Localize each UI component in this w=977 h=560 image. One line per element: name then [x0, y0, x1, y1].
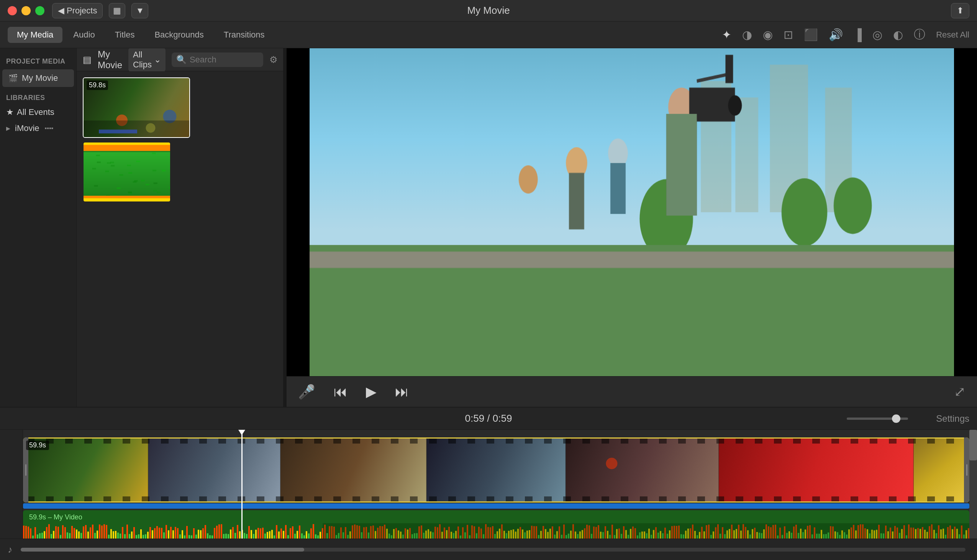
projects-label: Projects [67, 6, 97, 16]
tab-transitions[interactable]: Transitions [215, 27, 274, 43]
preview-black-right [954, 48, 977, 376]
timeline-vscroll-thumb[interactable] [969, 430, 977, 460]
video-track: 59.9s [23, 437, 969, 503]
browser-area: ▤ My Movie All Clips ⌄ 🔍 ⚙ [77, 48, 283, 407]
timeline-vscroll[interactable] [969, 430, 977, 538]
video-preview [287, 48, 977, 376]
search-input[interactable] [190, 55, 258, 65]
tab-backgrounds[interactable]: Backgrounds [145, 27, 213, 43]
clips-filter-label: All Clips [133, 50, 152, 70]
right-toolbar: ✦ ◑ ◉ ⊡ ⬛ 🔊 ▐ ◎ ◐ ⓘ Reset All [722, 27, 969, 43]
gear-icon[interactable]: ⚙ [269, 54, 278, 65]
timeline-scroll-container: 59.9s 59.9s – My Video [0, 430, 977, 538]
upload-icon: ⬆ [957, 6, 964, 15]
chevron-left-icon: ◀ [58, 6, 64, 16]
timeline-film-strip [23, 437, 969, 503]
grid-icon: ▦ [113, 6, 121, 15]
microphone-button[interactable]: 🎤 [298, 384, 315, 400]
close-button[interactable] [8, 6, 17, 15]
timeline-left-bar [0, 430, 23, 538]
left-panel: PROJECT MEDIA 🎬 My Movie LIBRARIES ★ All… [0, 48, 283, 407]
handle-grip-right [966, 464, 967, 476]
projects-button[interactable]: ◀ Projects [52, 3, 103, 18]
handle-grip [25, 464, 27, 476]
project-media-label: PROJECT MEDIA [0, 54, 76, 68]
noise-reduction-icon[interactable]: ◐ [893, 28, 903, 42]
clip-thumbnail-1[interactable]: 59.8s [83, 77, 190, 138]
sidebar-item-all-events[interactable]: ★ All Events [0, 104, 76, 120]
speed-icon[interactable]: ◎ [872, 28, 882, 42]
titlebar-right: ⬆ [951, 3, 969, 18]
top-toolbar: My Media Audio Titles Backgrounds Transi… [0, 22, 977, 48]
video-track-right-handle[interactable] [964, 437, 969, 503]
traffic-lights [8, 6, 45, 15]
fullscreen-button[interactable]: ⤢ [954, 384, 965, 400]
crop-icon[interactable]: ⊡ [784, 28, 793, 42]
equalizer-icon[interactable]: ▐ [854, 28, 862, 42]
maximize-button[interactable] [35, 6, 45, 15]
imovie-subtext: ▪▪▪▪ [45, 125, 53, 132]
timeline-zoom [847, 418, 908, 420]
grid-view-button[interactable]: ▦ [109, 3, 125, 18]
sidebar: PROJECT MEDIA 🎬 My Movie LIBRARIES ★ All… [0, 48, 77, 407]
skip-to-start-button[interactable]: ⏮ [334, 384, 347, 400]
chevron-down-icon: ⌄ [154, 55, 161, 65]
share-button[interactable]: ⬆ [951, 3, 969, 18]
video-frame [287, 48, 977, 376]
scrollbar-thumb[interactable] [21, 548, 304, 552]
video-track-badge: 59.9s [26, 440, 49, 450]
audio-waveform [23, 523, 969, 538]
audio-track-label: 59.9s – My Video [29, 513, 82, 521]
info-icon[interactable]: ⓘ [914, 27, 925, 43]
play-pause-button[interactable]: ▶ [366, 384, 377, 400]
color-wheel-icon[interactable]: ◉ [763, 28, 773, 42]
audio-track: 59.9s – My Video [23, 510, 969, 538]
preview-black-left [287, 48, 310, 376]
browser-toolbar: ▤ My Movie All Clips ⌄ 🔍 ⚙ [77, 48, 283, 71]
main-area: PROJECT MEDIA 🎬 My Movie LIBRARIES ★ All… [0, 48, 977, 407]
scrollbar-track[interactable] [21, 548, 965, 552]
magic-wand-icon[interactable]: ✦ [722, 28, 732, 42]
tab-my-media[interactable]: My Media [8, 27, 62, 43]
selection-bar [23, 503, 969, 509]
zoom-slider-thumb[interactable] [892, 415, 900, 423]
color-balance-icon[interactable]: ◑ [742, 28, 752, 42]
clip-duration-1: 59.8s [87, 80, 108, 90]
imovie-label: iMovie [15, 123, 40, 133]
left-panel-inner: PROJECT MEDIA 🎬 My Movie LIBRARIES ★ All… [0, 48, 283, 407]
timeline-area: 0:59 / 0:59 Settings [0, 407, 977, 560]
media-tabs: My Media Audio Titles Backgrounds Transi… [8, 27, 274, 43]
music-note-icon[interactable]: ♪ [8, 544, 12, 555]
window-title: My Movie [467, 5, 510, 17]
reset-all-button[interactable]: Reset All [936, 30, 969, 40]
sidebar-toggle-icon[interactable]: ▤ [83, 54, 92, 65]
film-icon: 🎬 [8, 73, 18, 83]
search-box: 🔍 [172, 52, 263, 67]
browser-title: My Movie [98, 49, 122, 70]
clip-thumbnail-2[interactable] [83, 142, 171, 202]
clip-grid: 59.8s [77, 71, 283, 407]
sidebar-item-label: My Movie [22, 73, 58, 83]
libraries-label: LIBRARIES [0, 88, 76, 104]
tab-audio[interactable]: Audio [64, 27, 104, 43]
all-events-label: All Events [17, 107, 54, 117]
titlebar: ◀ Projects ▦ ▼ My Movie ⬆ [0, 0, 977, 22]
zoom-slider-track[interactable] [847, 418, 908, 420]
tracks-container: 59.9s 59.9s – My Video [23, 430, 969, 538]
titlebar-left: ◀ Projects ▦ ▼ [52, 3, 148, 18]
camera-stabilize-icon[interactable]: ⬛ [804, 28, 818, 42]
volume-icon[interactable]: 🔊 [829, 28, 843, 42]
skip-to-end-button[interactable]: ⏭ [395, 384, 409, 400]
playhead [242, 430, 243, 538]
import-button[interactable]: ▼ [132, 3, 148, 18]
panel-divider[interactable] [283, 48, 287, 407]
timeline-time-display: 0:59 / 0:59 [465, 413, 512, 424]
minimize-button[interactable] [22, 6, 31, 15]
clips-filter-selector[interactable]: All Clips ⌄ [128, 48, 165, 72]
sidebar-item-imovie[interactable]: iMovie ▪▪▪▪ [0, 120, 76, 137]
sidebar-item-my-movie[interactable]: 🎬 My Movie [2, 69, 74, 87]
download-icon: ▼ [136, 6, 144, 15]
tab-titles[interactable]: Titles [106, 27, 144, 43]
settings-button[interactable]: Settings [936, 413, 969, 424]
timeline-header: 0:59 / 0:59 Settings [0, 408, 977, 430]
